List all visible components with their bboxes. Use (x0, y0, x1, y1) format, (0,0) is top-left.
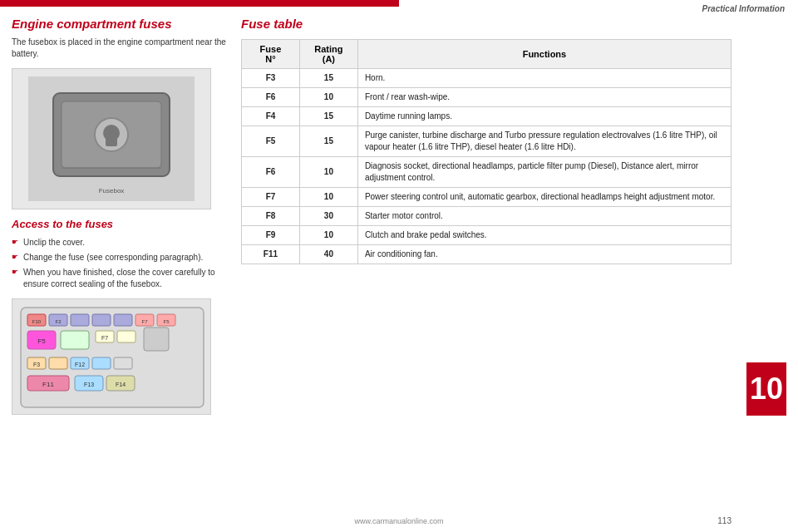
fuse-functions: Power steering control unit, automatic g… (357, 188, 731, 207)
fuse-functions: Diagnosis socket, directional headlamps,… (357, 157, 731, 188)
col-header-rating: Rating(A) (299, 40, 357, 69)
top-decorative-bar (0, 0, 399, 7)
col-header-functions: Functions (357, 40, 731, 69)
svg-text:F11: F11 (42, 381, 54, 388)
fuse-number: F7 (242, 188, 300, 207)
fuse-functions: Purge canister, turbine discharge and Tu… (357, 126, 731, 157)
page-number: 113 (717, 516, 732, 525)
fuse-diagram-image: F5 F7 F3 F12 F11 F13 (12, 298, 211, 415)
access-step-1: Unclip the cover. (12, 237, 228, 249)
svg-text:F2: F2 (55, 319, 62, 324)
fuse-number: F3 (242, 69, 300, 88)
svg-text:Fusebox: Fusebox (99, 187, 125, 195)
chapter-number: 10 (746, 362, 786, 416)
fuse-number: F5 (242, 126, 300, 157)
table-row: F710Power steering control unit, automat… (242, 188, 732, 207)
svg-rect-28 (92, 357, 111, 369)
table-header-row: FuseN° Rating(A) Functions (242, 40, 732, 69)
fuse-box-image: Fusebox (12, 68, 211, 209)
fuse-number: F11 (242, 245, 300, 264)
svg-rect-12 (71, 314, 89, 326)
fuse-functions: Daytime running lamps. (357, 107, 731, 126)
fuse-number: F6 (242, 157, 300, 188)
page-header: Practical Information (399, 0, 798, 17)
website-url: www.carmanualonline.com (354, 517, 443, 525)
fuse-rating: 15 (299, 69, 357, 88)
fuse-functions: Clutch and brake pedal switches. (357, 226, 731, 245)
table-row: F515Purge canister, turbine discharge an… (242, 126, 732, 157)
col-header-fuse: FuseN° (242, 40, 300, 69)
svg-rect-13 (92, 314, 111, 326)
svg-text:F7: F7 (101, 335, 108, 341)
fuse-number: F6 (242, 88, 300, 107)
right-column: Fuse table FuseN° Rating(A) Functions F3… (241, 17, 773, 264)
svg-text:F10: F10 (32, 319, 42, 324)
svg-rect-29 (114, 357, 132, 369)
section-title: Engine compartment fuses (12, 17, 228, 32)
fuse-rating: 10 (299, 88, 357, 107)
access-steps-list: Unclip the cover. Change the fuse (see c… (12, 237, 228, 290)
fuse-rating: 10 (299, 157, 357, 188)
table-row: F910Clutch and brake pedal switches. (242, 226, 732, 245)
svg-rect-14 (114, 314, 132, 326)
svg-rect-25 (49, 357, 67, 369)
table-row: F610Front / rear wash-wipe. (242, 88, 732, 107)
access-step-3: When you have finished, close the cover … (12, 267, 228, 290)
svg-text:F5: F5 (163, 319, 170, 324)
table-row: F415Daytime running lamps. (242, 107, 732, 126)
header-title: Practical Information (702, 4, 785, 13)
svg-rect-5 (106, 133, 117, 146)
fuse-rating: 15 (299, 107, 357, 126)
fuse-table: FuseN° Rating(A) Functions F315Horn.F610… (241, 39, 732, 264)
fuse-number: F4 (242, 107, 300, 126)
svg-text:F12: F12 (75, 362, 85, 367)
table-row: F315Horn. (242, 69, 732, 88)
fuse-number: F9 (242, 226, 300, 245)
svg-text:F14: F14 (116, 382, 126, 387)
fuse-table-title: Fuse table (241, 17, 773, 31)
access-step-2: Change the fuse (see corresponding parag… (12, 252, 228, 264)
section-description: The fusebox is placed in the engine comp… (12, 37, 228, 60)
fuse-rating: 15 (299, 126, 357, 157)
svg-text:F7: F7 (141, 319, 148, 324)
fuse-functions: Horn. (357, 69, 731, 88)
left-column: Engine compartment fuses The fusebox is … (12, 17, 228, 415)
svg-rect-21 (117, 331, 135, 342)
access-title: Access to the fuses (12, 218, 228, 230)
fuse-functions: Starter motor control. (357, 207, 731, 226)
svg-rect-18 (61, 331, 89, 349)
table-row: F830Starter motor control. (242, 207, 732, 226)
fuse-rating: 10 (299, 226, 357, 245)
table-row: F610Diagnosis socket, directional headla… (242, 157, 732, 188)
table-row: F1140Air conditioning fan. (242, 245, 732, 264)
fuse-rating: 40 (299, 245, 357, 264)
svg-text:F3: F3 (33, 362, 40, 367)
fuse-functions: Front / rear wash-wipe. (357, 88, 731, 107)
fuse-number: F8 (242, 207, 300, 226)
fuse-rating: 10 (299, 188, 357, 207)
svg-rect-9 (21, 308, 204, 407)
fuse-functions: Air conditioning fan. (357, 245, 731, 264)
svg-text:F5: F5 (37, 337, 46, 345)
fuse-rating: 30 (299, 207, 357, 226)
svg-rect-23 (144, 328, 169, 351)
svg-text:F13: F13 (84, 382, 94, 387)
